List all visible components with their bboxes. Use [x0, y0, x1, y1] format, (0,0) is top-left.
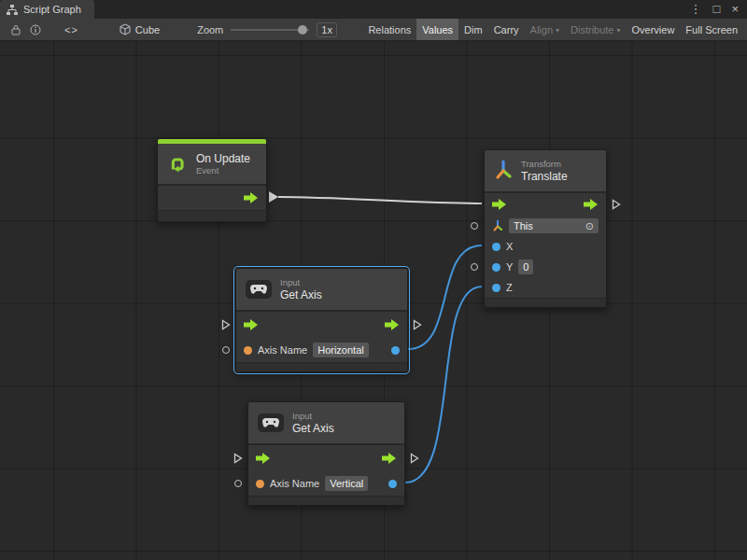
- edit-code-button[interactable]: <>: [59, 24, 84, 35]
- tab-script-graph[interactable]: Script Graph: [0, 0, 94, 19]
- node-footer: [158, 210, 266, 221]
- flow-output-stub[interactable]: [612, 199, 621, 210]
- graph-icon: [7, 5, 18, 15]
- update-loop-icon: [167, 154, 188, 175]
- axis-name-input-port[interactable]: [244, 346, 252, 355]
- target-value: This: [514, 219, 533, 232]
- values-button[interactable]: Values: [416, 19, 458, 40]
- graph-owner-selector[interactable]: Cube: [120, 23, 160, 35]
- tab-title: Script Graph: [23, 4, 81, 15]
- node-footer: [236, 362, 407, 371]
- axis-name-value-field[interactable]: Vertical: [325, 476, 368, 491]
- object-picker-icon[interactable]: ⊙: [585, 219, 594, 232]
- node-subtitle: Event: [196, 165, 250, 176]
- distribute-button[interactable]: Distribute ▾: [565, 19, 626, 40]
- wire-onupdate-to-translate: [278, 197, 482, 203]
- align-button[interactable]: Align ▾: [525, 19, 565, 40]
- info-icon[interactable]: [25, 19, 46, 40]
- y-port-label: Y: [506, 261, 513, 273]
- wire-horizontal-to-x: [408, 245, 482, 349]
- graph-owner-label: Cube: [135, 24, 160, 35]
- y-value-field[interactable]: 0: [518, 259, 533, 274]
- node-footer: [248, 496, 404, 505]
- node-translate-header[interactable]: Transform Translate: [485, 150, 606, 191]
- flow-input-port[interactable]: [492, 199, 507, 210]
- flow-input-port[interactable]: [244, 319, 259, 330]
- node-get-axis-horizontal-header[interactable]: Input Get Axis: [236, 269, 407, 310]
- transform-icon: [494, 159, 513, 183]
- axis-name-label: Axis Name: [258, 344, 307, 356]
- chevron-down-icon: ▾: [617, 26, 621, 35]
- node-title: Get Axis: [292, 422, 334, 435]
- zoom-slider[interactable]: [231, 23, 309, 36]
- flow-input-stub[interactable]: [221, 319, 231, 330]
- window-menu-icon[interactable]: ⋮: [690, 0, 702, 19]
- node-category: Transform: [521, 159, 568, 170]
- carry-button[interactable]: Carry: [488, 19, 525, 40]
- x-input-port[interactable]: [492, 243, 500, 251]
- x-port-label: X: [506, 241, 513, 252]
- axis-name-input-port[interactable]: [256, 480, 264, 488]
- gamepad-icon: [262, 418, 279, 427]
- node-category: Input: [292, 411, 334, 422]
- target-object-field[interactable]: This ⊙: [509, 218, 599, 233]
- toolbar-buttons: Relations Values Dim Carry Align ▾ Distr…: [362, 19, 743, 40]
- window-titlebar: Script Graph ⋮ □ ×: [0, 0, 747, 19]
- flow-output-port[interactable]: [244, 192, 259, 203]
- y-input-port[interactable]: [492, 263, 500, 272]
- node-translate[interactable]: Transform Translate: [484, 149, 607, 308]
- z-input-port[interactable]: [492, 284, 500, 292]
- flow-output-stub[interactable]: [410, 453, 419, 464]
- node-title: Get Axis: [280, 288, 322, 301]
- node-title: Translate: [521, 170, 568, 183]
- dim-button[interactable]: Dim: [458, 19, 488, 40]
- z-port-label: Z: [506, 282, 513, 293]
- node-on-update[interactable]: On Update Event: [157, 138, 267, 222]
- node-category: Input: [280, 277, 322, 288]
- window-close-icon[interactable]: ×: [731, 0, 739, 19]
- graph-toolbar: <> Cube Zoom 1x Relations Values Dim Car…: [0, 19, 747, 41]
- zoom-slider-knob[interactable]: [298, 25, 307, 35]
- fullscreen-button[interactable]: Full Screen: [680, 19, 743, 40]
- flow-output-port[interactable]: [382, 453, 397, 464]
- chevron-down-icon: ▾: [556, 26, 559, 35]
- axis-value-output-port[interactable]: [388, 480, 397, 488]
- flow-wire-arrowhead: [269, 191, 278, 203]
- flow-input-port[interactable]: [256, 453, 271, 464]
- flow-output-stub[interactable]: [413, 319, 422, 330]
- flow-output-port[interactable]: [385, 319, 400, 330]
- node-on-update-header[interactable]: On Update Event: [158, 144, 266, 184]
- window-maximize-icon[interactable]: □: [713, 0, 721, 19]
- axis-name-input-stub[interactable]: [234, 480, 242, 487]
- zoom-label: Zoom: [197, 24, 223, 35]
- flow-output-port[interactable]: [584, 199, 599, 210]
- axis-name-input-stub[interactable]: [222, 346, 230, 354]
- y-input-stub[interactable]: [471, 263, 478, 271]
- transform-mini-icon: [492, 219, 503, 233]
- zoom-value: 1x: [317, 22, 337, 37]
- gamepad-icon: [250, 285, 267, 294]
- relations-button[interactable]: Relations: [362, 19, 416, 40]
- graph-canvas[interactable]: On Update Event Transform Translate: [0, 41, 747, 560]
- node-title: On Update: [196, 152, 250, 165]
- window-controls: ⋮ □ ×: [690, 0, 747, 19]
- axis-name-label: Axis Name: [270, 478, 319, 489]
- node-get-axis-vertical[interactable]: Input Get Axis: [247, 401, 405, 506]
- cube-icon: [120, 23, 131, 35]
- axis-value-output-port[interactable]: [391, 346, 400, 355]
- overview-button[interactable]: Overview: [627, 19, 681, 40]
- target-input-port[interactable]: [471, 222, 478, 230]
- node-get-axis-vertical-header[interactable]: Input Get Axis: [248, 402, 404, 443]
- lock-icon[interactable]: [7, 19, 25, 40]
- node-get-axis-horizontal[interactable]: Input Get Axis: [235, 268, 408, 372]
- axis-name-value-field[interactable]: Horizontal: [313, 343, 369, 357]
- flow-input-stub[interactable]: [233, 453, 243, 464]
- node-footer: [485, 298, 606, 307]
